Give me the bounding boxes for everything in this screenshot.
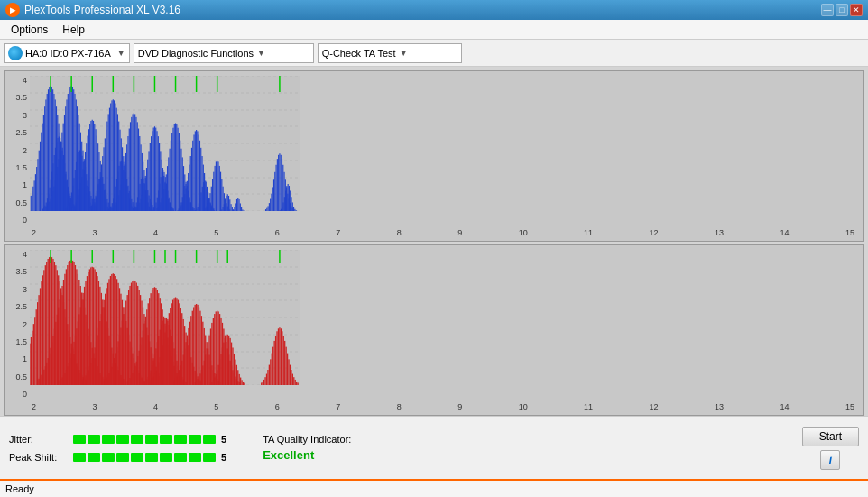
toolbar: HA:0 ID:0 PX-716A ▼ DVD Diagnostic Funct… [0,40,868,67]
test-dropdown[interactable]: Q-Check TA Test ▼ [318,43,462,63]
title-bar-controls[interactable]: — □ ✕ [821,4,863,16]
ps-led-5 [131,453,143,462]
led-1 [73,435,86,444]
info-button[interactable]: i [820,450,840,470]
ps-led-2 [88,453,100,462]
led-10 [203,435,216,444]
metrics-column: Jitter: 5 Peak Shift: [9,434,226,463]
ps-led-6 [145,453,158,462]
peak-shift-led-bar [73,453,216,462]
device-selector[interactable]: HA:0 ID:0 PX-716A ▼ [4,43,130,63]
blue-chart: 4 3.5 3 2.5 2 1.5 1 0.5 0 23456789101112… [4,70,864,242]
led-2 [88,435,100,444]
ps-led-10 [203,453,216,462]
title-bar: ▶ PlexTools Professional XL V3.16 — □ ✕ [0,0,868,20]
peak-shift-value: 5 [221,452,226,463]
function-dropdown-arrow: ▼ [257,49,265,58]
main-content: 4 3.5 3 2.5 2 1.5 1 0.5 0 23456789101112… [0,67,868,479]
status-text: Ready [5,483,34,494]
blue-chart-canvas [30,76,300,211]
red-chart-x-axis: 23456789101112131415 [30,399,856,415]
jitter-value: 5 [221,434,226,445]
app-icon: ▶ [5,3,20,17]
peak-shift-label: Peak Shift: [9,452,68,463]
test-label: Q-Check TA Test [322,48,396,59]
led-5 [131,435,143,444]
red-chart: 4 3.5 3 2.5 2 1.5 1 0.5 0 23456789101112… [4,244,864,416]
charts-wrapper: 4 3.5 3 2.5 2 1.5 1 0.5 0 23456789101112… [0,67,868,416]
status-bar: Ready [0,479,868,497]
jitter-label: Jitter: [9,434,68,445]
device-label: HA:0 ID:0 PX-716A [25,48,111,59]
device-icon [8,46,23,60]
ps-led-3 [102,453,115,462]
led-8 [174,435,187,444]
close-button[interactable]: ✕ [850,4,863,16]
led-9 [189,435,201,444]
app-title: PlexTools Professional XL V3.16 [24,4,180,16]
peak-shift-row: Peak Shift: 5 [9,452,226,463]
jitter-led-bar [73,435,216,444]
minimize-button[interactable]: — [821,4,834,16]
function-label: DVD Diagnostic Functions [138,48,254,59]
red-chart-canvas [30,250,300,385]
ps-led-7 [160,453,172,462]
ta-quality-label: TA Quality Indicator: [263,434,351,445]
menu-bar: Options Help [0,20,868,40]
start-button[interactable]: Start [802,427,859,446]
function-dropdown[interactable]: DVD Diagnostic Functions ▼ [134,43,314,63]
device-dropdown-arrow: ▼ [117,49,125,58]
blue-chart-x-axis: 23456789101112131415 [30,225,856,241]
ps-led-8 [174,453,187,462]
led-6 [145,435,158,444]
led-3 [102,435,115,444]
ps-led-1 [73,453,86,462]
led-7 [160,435,172,444]
led-4 [116,435,129,444]
ps-led-9 [189,453,201,462]
test-dropdown-arrow: ▼ [400,49,408,58]
menu-help[interactable]: Help [55,22,92,38]
ta-quality-section: TA Quality Indicator: Excellent [263,434,351,462]
blue-chart-y-axis: 4 3.5 3 2.5 2 1.5 1 0.5 0 [5,76,30,225]
bottom-panel: Jitter: 5 Peak Shift: [0,416,868,479]
maximize-button[interactable]: □ [836,4,848,16]
ps-led-4 [116,453,129,462]
red-chart-y-axis: 4 3.5 3 2.5 2 1.5 1 0.5 0 [5,250,30,399]
menu-options[interactable]: Options [4,22,55,38]
jitter-row: Jitter: 5 [9,434,226,445]
title-bar-left: ▶ PlexTools Professional XL V3.16 [5,3,180,17]
ta-quality-value: Excellent [263,448,314,462]
start-section: Start i [802,427,859,470]
